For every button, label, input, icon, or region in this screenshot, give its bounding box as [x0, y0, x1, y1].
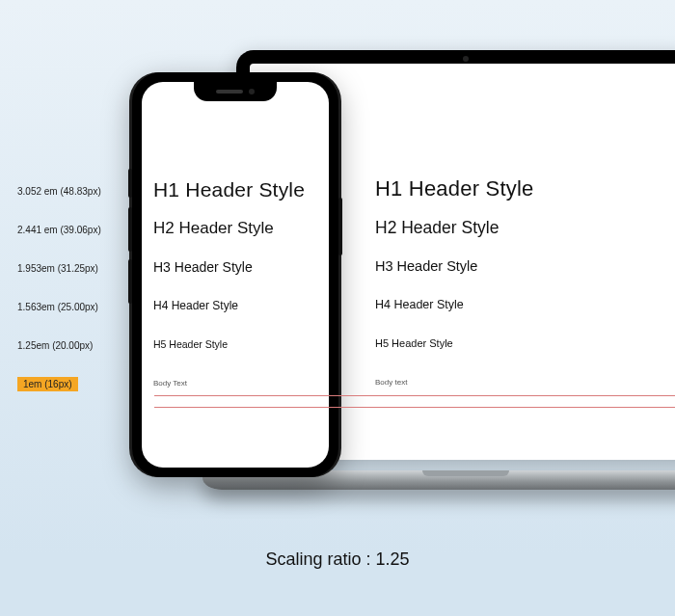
scale-label-text: 2.441 em (39.06px) [17, 225, 101, 235]
phone-mockup: H1 Header Style H2 Header Style H3 Heade… [132, 72, 338, 477]
phone-type-stack: H1 Header Style H2 Header Style H3 Heade… [153, 171, 317, 402]
volume-up-icon [128, 207, 132, 252]
heading-h3: H3 Header Style [153, 248, 317, 286]
notch-icon [194, 82, 277, 101]
heading-h2: H2 Header Style [153, 209, 317, 248]
heading-h2: H2 Header Style [375, 208, 642, 247]
phone-screen: H1 Header Style H2 Header Style H3 Heade… [142, 82, 329, 468]
left-scale-labels: 3.052 em (48.83px) 2.441 em (39.06px) 1.… [17, 172, 123, 403]
heading-h4: H4 Header Style [375, 285, 642, 324]
scale-label: 1.25em (20.00px) [17, 326, 123, 364]
scale-label-text: 1.25em (20.00px) [17, 340, 93, 351]
baseline-guide-top [154, 395, 675, 396]
heading-h5: H5 Header Style [375, 324, 642, 362]
power-button-icon [338, 198, 342, 255]
scale-label: 2.441 em (39.06px) [17, 210, 123, 249]
scale-label: 3.052 em (48.83px) [17, 172, 123, 210]
scale-label-text: 3.052 em (48.83px) [17, 186, 101, 197]
scale-label-text: 1.563em (25.00px) [17, 302, 98, 312]
diagram-stage: 3.052 em (48.83px) 2.441 em (39.06px) 1.… [0, 0, 675, 616]
scale-label: 1.563em (25.00px) [17, 287, 123, 326]
body-text: Body Text [153, 363, 317, 402]
scale-label-text: 1.953em (31.25px) [17, 263, 98, 274]
mute-switch-icon [128, 169, 132, 198]
scale-label: 1.953em (31.25px) [17, 249, 123, 287]
heading-h1: H1 Header Style [375, 170, 642, 208]
heading-h5: H5 Header Style [153, 325, 317, 363]
heading-h3: H3 Header Style [375, 247, 642, 285]
heading-h1: H1 Header Style [153, 171, 317, 209]
laptop-type-stack: H1 Header Style H2 Header Style H3 Heade… [375, 170, 642, 401]
caption: Scaling ratio : 1.25 [0, 549, 675, 570]
scale-label-body: 1em (16px) [17, 364, 123, 403]
scale-label-body-text: 1em (16px) [17, 377, 78, 391]
camera-icon [463, 56, 469, 62]
heading-h4: H4 Header Style [153, 286, 317, 325]
volume-down-icon [128, 259, 132, 304]
baseline-guide-bottom [154, 407, 675, 408]
